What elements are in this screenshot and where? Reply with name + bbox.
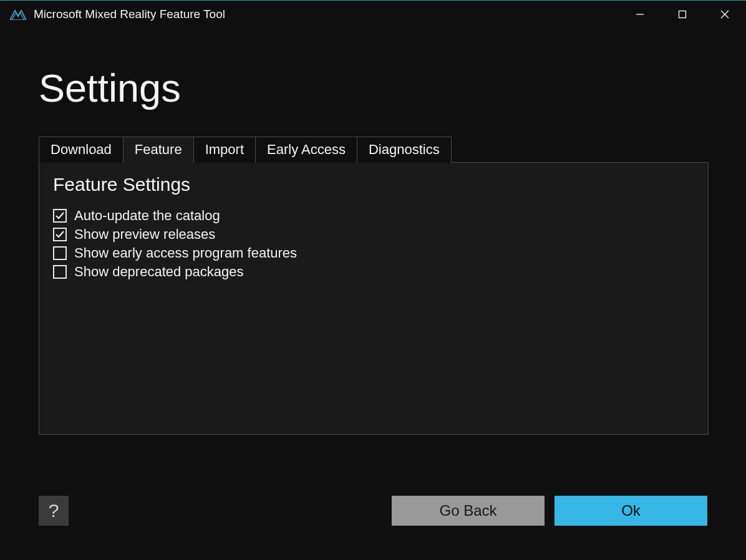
tab-label: Import bbox=[205, 142, 244, 157]
ok-button[interactable]: Ok bbox=[555, 496, 707, 526]
tab-label: Diagnostics bbox=[369, 142, 440, 157]
option-label: Show early access program features bbox=[74, 245, 297, 261]
option-show-deprecated[interactable]: Show deprecated packages bbox=[53, 264, 694, 280]
tab-label: Download bbox=[51, 142, 112, 157]
panel-title: Feature Settings bbox=[53, 174, 694, 195]
titlebar: Microsoft Mixed Reality Feature Tool bbox=[0, 1, 746, 28]
tab-download[interactable]: Download bbox=[39, 137, 124, 163]
minimize-button[interactable] bbox=[619, 1, 661, 28]
tab-import[interactable]: Import bbox=[193, 137, 256, 163]
option-show-preview[interactable]: Show preview releases bbox=[53, 226, 694, 243]
maximize-button[interactable] bbox=[661, 1, 704, 28]
checkbox-icon[interactable] bbox=[53, 265, 67, 279]
go-back-button[interactable]: Go Back bbox=[392, 496, 545, 526]
tab-feature[interactable]: Feature bbox=[123, 137, 194, 163]
page-title: Settings bbox=[39, 65, 707, 110]
option-auto-update[interactable]: Auto-update the catalog bbox=[53, 208, 694, 224]
tab-diagnostics[interactable]: Diagnostics bbox=[357, 137, 452, 163]
window-title: Microsoft Mixed Reality Feature Tool bbox=[34, 7, 225, 21]
tab-early-access[interactable]: Early Access bbox=[255, 137, 357, 163]
svg-rect-1 bbox=[679, 11, 686, 18]
checkbox-icon[interactable] bbox=[53, 246, 67, 260]
close-button[interactable] bbox=[704, 1, 746, 28]
tabstrip: Download Feature Import Early Access Dia… bbox=[39, 137, 707, 163]
settings-panel: Feature Settings Auto-update the catalog… bbox=[39, 162, 709, 435]
help-icon: ? bbox=[49, 500, 59, 521]
footer: ? Go Back Ok bbox=[39, 496, 707, 526]
option-label: Show deprecated packages bbox=[74, 264, 244, 280]
checkbox-icon[interactable] bbox=[53, 209, 67, 223]
tab-label: Feature bbox=[135, 142, 182, 157]
option-show-early-access[interactable]: Show early access program features bbox=[53, 245, 694, 261]
page: Settings Download Feature Import Early A… bbox=[0, 28, 746, 435]
button-label: Go Back bbox=[439, 502, 497, 519]
option-label: Auto-update the catalog bbox=[74, 208, 220, 224]
tab-label: Early Access bbox=[267, 142, 346, 157]
button-label: Ok bbox=[621, 502, 641, 519]
window-controls bbox=[619, 1, 746, 28]
checkbox-icon[interactable] bbox=[53, 228, 67, 241]
option-label: Show preview releases bbox=[74, 226, 215, 243]
help-button[interactable]: ? bbox=[39, 496, 69, 526]
app-icon bbox=[10, 8, 26, 21]
